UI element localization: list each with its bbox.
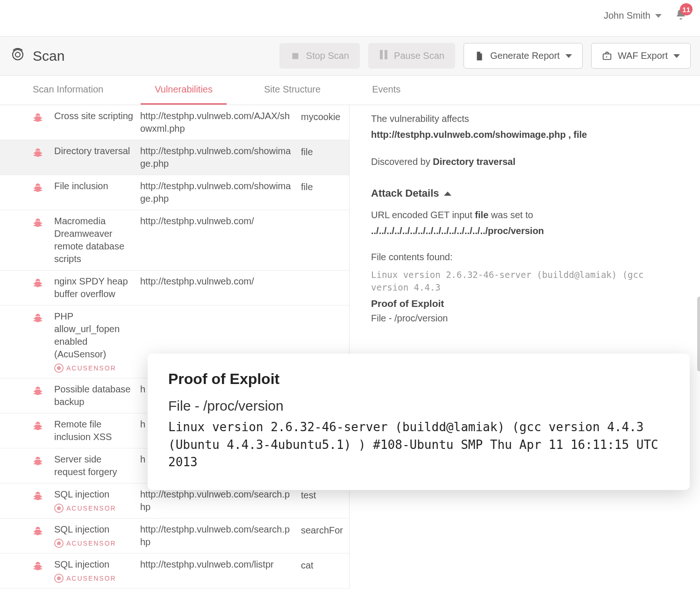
tabs: Scan Information Vulnerabilities Site St… (0, 76, 700, 105)
chevron-up-icon (444, 192, 451, 196)
vuln-name: PHP allow_url_fopen enabled (AcuSensor)A… (54, 310, 134, 373)
popup-body: Linux version 2.6.32-46-server (buildd@l… (168, 419, 669, 471)
vulnerability-detail: The vulnerability affects http://testphp… (350, 105, 700, 589)
vuln-url: http://testphp.vulnweb.com/showimage.php (140, 145, 294, 170)
vuln-name: Server side request forgery (54, 453, 134, 478)
vuln-url: http://testphp.vulnweb.com/search.php (140, 488, 294, 513)
chevron-down-icon (673, 54, 680, 58)
bug-icon (28, 310, 48, 326)
vuln-url: http://testphp.vulnweb.com/search.php (140, 523, 294, 548)
top-bar: John Smith 11 (0, 0, 700, 36)
affects-sep: , (566, 129, 574, 140)
pause-scan-button: Pause Scan (368, 43, 455, 69)
table-row[interactable]: SQL injectionACUSENSORhttp://testphp.vul… (0, 554, 349, 589)
table-row[interactable]: SQL injectionACUSENSORhttp://testphp.vul… (0, 519, 349, 554)
pause-icon (379, 50, 388, 62)
table-row[interactable]: Directory traversalhttp://testphp.vulnwe… (0, 140, 349, 175)
vuln-name: Macromedia Dreamweaver remote database s… (54, 215, 134, 265)
line1-a: URL encoded GET input (371, 210, 475, 220)
bug-icon (28, 275, 48, 291)
file-contents-body: Linux version 2.6.32-46-server (buildd@l… (371, 269, 684, 293)
vuln-param: cat (301, 558, 343, 571)
chevron-down-icon (655, 14, 662, 18)
tab-events[interactable]: Events (358, 76, 414, 105)
vulnerabilities-list: Cross site scriptinghttp://testphp.vulnw… (0, 105, 350, 589)
section-title: Attack Details (371, 187, 439, 199)
payload: ../../../../../../../../../../../../../.… (371, 224, 684, 238)
vuln-url: http://testphp.vulnweb.com/AJAX/showxml.… (140, 110, 294, 135)
svg-point-1 (13, 50, 23, 60)
table-row[interactable]: nginx SPDY heap buffer overflowhttp://te… (0, 270, 349, 306)
vuln-param: test (301, 488, 343, 501)
vuln-name: nginx SPDY heap buffer overflow (54, 275, 134, 300)
tab-site-structure[interactable]: Site Structure (250, 76, 335, 105)
chevron-down-icon (565, 54, 572, 58)
table-row[interactable]: File inclusionhttp://testphp.vulnweb.com… (0, 175, 349, 210)
popup-file: File - /proc/version (168, 398, 669, 414)
stop-scan-button: Stop Scan (279, 43, 360, 69)
waf-export-button[interactable]: WAF Export (591, 43, 691, 69)
vuln-name: File inclusion (54, 180, 134, 192)
vuln-url: http://testphp.vulnweb.com/showimage.php (140, 180, 294, 205)
bug-icon (28, 418, 48, 434)
svg-point-0 (15, 52, 20, 57)
bug-icon (28, 215, 48, 231)
table-row[interactable]: Cross site scriptinghttp://testphp.vulnw… (0, 105, 349, 140)
attack-details-toggle[interactable]: Attack Details (371, 187, 684, 199)
vuln-param (301, 275, 343, 277)
vuln-param: mycookie (301, 110, 343, 122)
vuln-name: Cross site scripting (54, 110, 134, 122)
tab-vulnerabilities[interactable]: Vulnerabilities (141, 76, 227, 105)
page-title: Scan (33, 48, 64, 64)
proof-of-exploit-heading: Proof of Exploit (371, 298, 684, 309)
vuln-name: SQL injectionACUSENSOR (54, 523, 134, 548)
table-row[interactable]: Macromedia Dreamweaver remote database s… (0, 210, 349, 270)
vuln-name: Directory traversal (54, 145, 134, 157)
tab-scan-information[interactable]: Scan Information (19, 76, 117, 105)
vuln-url: http://testphp.vulnweb.com/listpr (140, 558, 294, 571)
vuln-url: http://testphp.vulnweb.com/ (140, 215, 294, 227)
vuln-param: file (301, 180, 343, 192)
popup-title: Proof of Exploit (168, 370, 669, 388)
discovered-prefix: Discovered by (371, 156, 430, 167)
user-name: John Smith (604, 10, 650, 21)
acusensor-badge: ACUSENSOR (54, 504, 116, 513)
svg-rect-2 (292, 53, 298, 59)
vuln-name: SQL injectionACUSENSOR (54, 488, 134, 513)
pause-label: Pause Scan (394, 50, 444, 61)
stop-icon (290, 51, 300, 61)
affects-prefix: The vulnerability affects (371, 114, 469, 124)
notifications-button[interactable]: 11 (675, 8, 687, 23)
vuln-name: SQL injectionACUSENSOR (54, 558, 134, 583)
bug-icon (28, 110, 48, 126)
acusensor-badge: ACUSENSOR (54, 574, 116, 583)
bug-icon (28, 383, 48, 399)
bug-icon (28, 145, 48, 161)
user-menu[interactable]: John Smith (604, 10, 662, 21)
generate-report-button[interactable]: Generate Report (464, 43, 583, 69)
scrollbar[interactable] (697, 297, 700, 371)
vuln-name: Remote file inclusion XSS (54, 418, 134, 443)
briefcase-icon (602, 51, 612, 61)
discovered-module: Directory traversal (433, 156, 515, 167)
bug-icon (28, 488, 48, 504)
affects-param: file (573, 129, 587, 140)
bug-icon (28, 180, 48, 196)
vuln-url: http://testphp.vulnweb.com/ (140, 275, 294, 288)
vuln-param (301, 310, 343, 312)
file-contents-found: File contents found: (371, 250, 684, 264)
line1-b: file (475, 210, 488, 220)
scan-target-icon (9, 46, 26, 65)
vuln-param: file (301, 145, 343, 157)
report-label: Generate Report (490, 50, 560, 61)
main-split: Cross site scriptinghttp://testphp.vulnw… (0, 105, 700, 589)
vuln-name: Possible database backup (54, 383, 134, 408)
bug-icon (28, 558, 48, 574)
stop-label: Stop Scan (306, 50, 349, 61)
vuln-param: searchFor (301, 523, 343, 536)
vuln-param (301, 215, 343, 217)
affects-url: http://testphp.vulnweb.com/showimage.php (371, 129, 566, 140)
bug-icon (28, 453, 48, 469)
acusensor-badge: ACUSENSOR (54, 539, 116, 548)
bug-icon (28, 523, 48, 539)
